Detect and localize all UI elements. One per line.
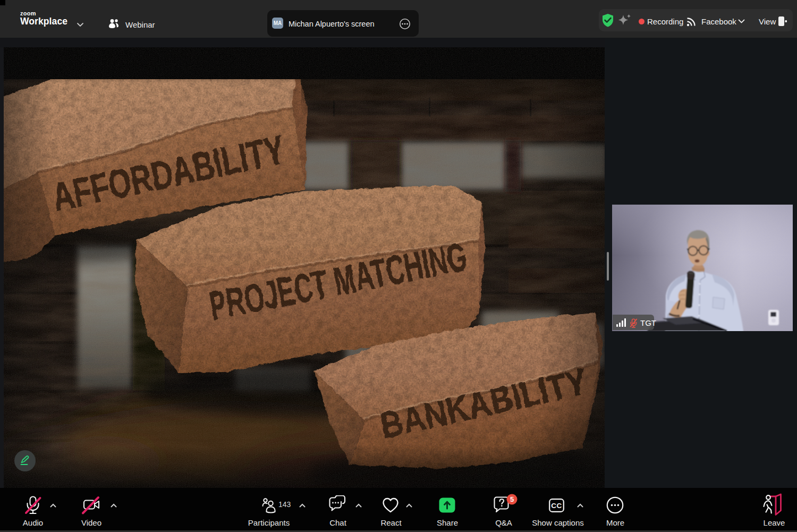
svg-text:CC: CC: [551, 502, 562, 510]
svg-text:TGT: TGT: [640, 318, 656, 327]
svg-text:5: 5: [510, 495, 514, 503]
